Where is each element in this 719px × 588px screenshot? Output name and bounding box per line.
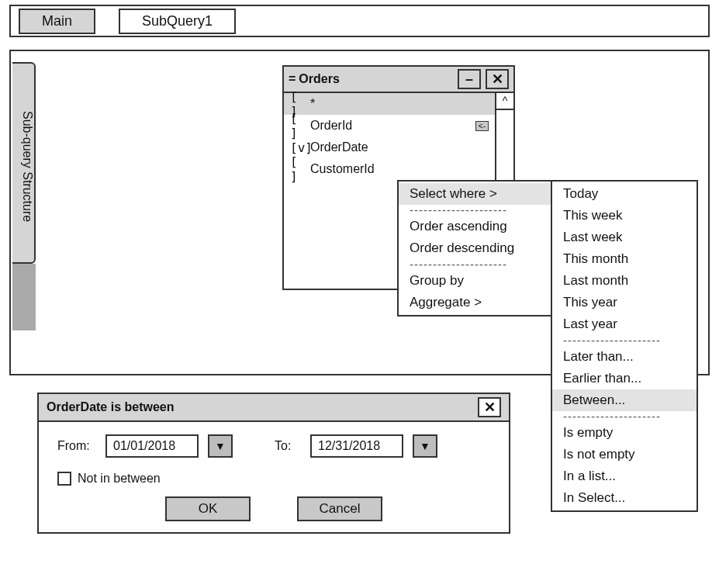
menu-between[interactable]: Between...	[552, 389, 697, 411]
to-date-value: 12/31/2018	[318, 439, 380, 453]
menu-in-list[interactable]: In a list...	[552, 465, 697, 487]
from-date-input[interactable]: 01/01/2018	[105, 434, 199, 458]
not-in-between-label: Not in between	[78, 472, 161, 486]
side-panel-footer	[12, 264, 36, 330]
close-icon: ✕	[484, 399, 496, 416]
from-label: From:	[57, 439, 96, 453]
dropdown-icon: ▼	[215, 440, 226, 452]
field-row-customerid[interactable]: [ ] CustomerId	[284, 158, 495, 180]
scroll-up-button[interactable]: ^	[496, 93, 513, 110]
menu-last-year[interactable]: Last year	[552, 313, 697, 335]
menu-later-than[interactable]: Later than...	[552, 346, 697, 368]
menu-last-week[interactable]: Last week	[552, 227, 697, 248]
cancel-button[interactable]: Cancel	[297, 496, 382, 521]
close-button[interactable]: ✕	[486, 69, 509, 89]
menu-in-select[interactable]: In Select...	[552, 487, 697, 509]
not-in-between-checkbox[interactable]	[57, 472, 71, 486]
menu-separator: ---------------------	[399, 205, 551, 216]
between-dialog: OrderDate is between ✕ From: 01/01/2018 …	[37, 393, 510, 534]
menu-this-month[interactable]: This month	[552, 248, 697, 270]
context-submenu-where: Today This week Last week This month Las…	[551, 180, 698, 512]
to-date-input[interactable]: 12/31/2018	[310, 434, 403, 458]
subquery-structure-tab[interactable]: Sub-query Structure	[12, 62, 36, 264]
table-titlebar[interactable]: = Orders – ✕	[284, 67, 513, 93]
tab-bar: Main SubQuery1	[9, 5, 710, 37]
field-row-orderdate[interactable]: [v] OrderDate	[284, 137, 495, 158]
ok-button[interactable]: OK	[165, 496, 251, 521]
menu-order-ascending[interactable]: Order ascending	[399, 216, 551, 237]
to-date-dropdown[interactable]: ▼	[413, 434, 437, 458]
field-label: OrderDate	[310, 140, 368, 154]
menu-select-where[interactable]: Select where >	[399, 183, 551, 205]
field-label: *	[310, 97, 315, 111]
field-checkbox[interactable]: [ ]	[290, 154, 310, 184]
menu-this-week[interactable]: This week	[552, 205, 697, 227]
table-title-text: Orders	[299, 72, 339, 86]
field-label: CustomerId	[310, 162, 375, 176]
menu-earlier-than[interactable]: Earlier than...	[552, 368, 697, 389]
to-label: To:	[275, 439, 301, 453]
menu-is-empty[interactable]: Is empty	[552, 422, 697, 444]
field-row-star[interactable]: [ ] *	[284, 93, 495, 115]
close-icon: ✕	[492, 71, 503, 88]
dialog-close-button[interactable]: ✕	[478, 397, 501, 417]
menu-group-by[interactable]: Group by	[399, 270, 551, 292]
dialog-title-text: OrderDate is between	[47, 400, 175, 414]
field-checkbox[interactable]: [v]	[290, 140, 310, 155]
minimize-button[interactable]: –	[458, 69, 481, 89]
menu-aggregate[interactable]: Aggregate >	[399, 292, 551, 313]
chevron-up-icon: ^	[503, 95, 508, 107]
menu-separator: ---------------------	[552, 411, 697, 422]
menu-this-year[interactable]: This year	[552, 292, 697, 313]
dropdown-icon: ▼	[420, 440, 430, 452]
from-date-dropdown[interactable]: ▼	[208, 434, 233, 458]
menu-order-descending[interactable]: Order descending	[399, 237, 551, 259]
field-label: OrderId	[310, 119, 352, 133]
primary-key-icon: <-	[475, 121, 489, 131]
field-checkbox[interactable]: [ ]	[290, 111, 310, 140]
menu-separator: ---------------------	[399, 259, 551, 270]
menu-last-month[interactable]: Last month	[552, 270, 697, 292]
table-title-prefix: =	[289, 72, 296, 86]
menu-is-not-empty[interactable]: Is not empty	[552, 444, 697, 465]
field-row-orderid[interactable]: [ ] OrderId <-	[284, 115, 495, 137]
context-menu-field: Select where > --------------------- Ord…	[397, 180, 552, 316]
from-date-value: 01/01/2018	[113, 439, 175, 453]
minimize-icon: –	[465, 71, 473, 88]
dialog-titlebar[interactable]: OrderDate is between ✕	[39, 394, 509, 422]
menu-separator: ---------------------	[552, 335, 697, 346]
menu-today[interactable]: Today	[552, 183, 697, 205]
tab-subquery1[interactable]: SubQuery1	[119, 9, 236, 34]
tab-main[interactable]: Main	[19, 9, 95, 34]
